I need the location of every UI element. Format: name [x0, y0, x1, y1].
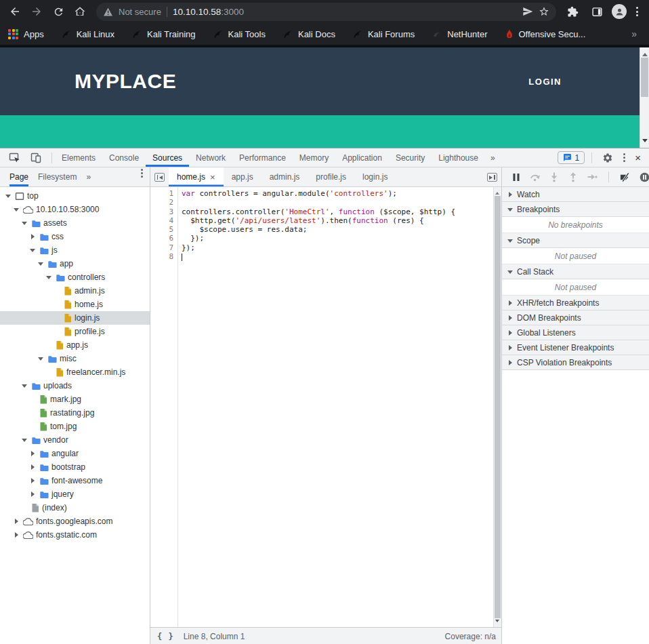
pause-on-exceptions-icon[interactable]	[639, 172, 649, 182]
tree-item-angular[interactable]: angular	[0, 447, 150, 460]
tree-item-app[interactable]: app	[0, 257, 150, 270]
browser-menu-icon[interactable]	[632, 5, 642, 18]
bookmark-kali-linux[interactable]: Kali Linux	[62, 29, 114, 39]
code-editor[interactable]: 12345678 var controllers = angular.modul…	[150, 187, 501, 627]
devtools-tab-elements[interactable]: Elements	[55, 148, 102, 167]
bookmark-nethunter[interactable]: NetHunter	[432, 29, 487, 39]
tree-item-login-js[interactable]: login.js	[0, 311, 150, 325]
line-number[interactable]: 6	[150, 234, 177, 243]
sidebar-section-xhr-fetch-breakpoints[interactable]: XHR/fetch Breakpoints	[502, 296, 649, 310]
editor-tab-admin-js[interactable]: admin.js	[261, 167, 308, 186]
scroll-tabs-right-icon[interactable]	[487, 173, 497, 182]
tree-item-index[interactable]: (index)	[0, 501, 150, 515]
scroll-tabs-left-icon[interactable]	[154, 173, 165, 182]
bookmark-kali-forums[interactable]: Kali Forums	[353, 29, 415, 39]
tree-collapsed-icon[interactable]	[30, 464, 37, 470]
side-panel-icon[interactable]	[587, 2, 606, 21]
navigator-tabs-overflow[interactable]: »	[86, 167, 91, 186]
section-collapsed-icon[interactable]	[507, 344, 514, 351]
devtools-tab-console[interactable]: Console	[102, 148, 146, 167]
line-number[interactable]: 8	[150, 252, 177, 261]
section-collapsed-icon[interactable]	[507, 329, 514, 336]
step-icon[interactable]	[587, 172, 598, 182]
close-tab-icon[interactable]: ×	[210, 172, 215, 182]
tree-expanded-icon[interactable]	[22, 220, 28, 226]
tree-item-assets[interactable]: assets	[0, 216, 150, 230]
sidebar-section-event-listener-breakpoints[interactable]: Event Listener Breakpoints	[502, 340, 649, 355]
tree-expanded-icon[interactable]	[38, 260, 45, 267]
tree-item-css[interactable]: css	[0, 230, 150, 243]
tree-item-top[interactable]: top	[0, 189, 150, 203]
code-line[interactable]	[178, 252, 493, 261]
address-bar[interactable]: Not secure 10.10.10.58:3000	[96, 3, 556, 21]
back-icon[interactable]	[5, 2, 24, 21]
section-collapsed-icon[interactable]	[507, 300, 514, 306]
tree-expanded-icon[interactable]	[22, 437, 28, 443]
code-line[interactable]: });	[178, 243, 493, 252]
tree-item-jquery[interactable]: jquery	[0, 487, 150, 501]
bookmark-kali-tools[interactable]: Kali Tools	[213, 29, 266, 39]
editor-gutter[interactable]: 12345678	[150, 187, 178, 627]
code-line[interactable]: controllers.controller('HomeCtrl', funct…	[178, 207, 493, 216]
pause-script-icon[interactable]	[511, 172, 522, 182]
deactivate-breakpoints-icon[interactable]	[620, 172, 631, 182]
tree-expanded-icon[interactable]	[5, 193, 12, 199]
tree-item-freelancer-min-js[interactable]: freelancer.min.js	[0, 365, 150, 379]
code-line[interactable]: $http.get('/api/users/latest').then(func…	[178, 216, 493, 225]
sidebar-section-watch[interactable]: Watch	[502, 187, 649, 202]
editor-scrollbar-thumb[interactable]	[495, 196, 501, 618]
tree-collapsed-icon[interactable]	[30, 491, 37, 498]
tree-expanded-icon[interactable]	[22, 382, 28, 389]
devtools-tab-lighthouse[interactable]: Lighthouse	[432, 148, 485, 167]
code-line[interactable]: $scope.users = res.data;	[178, 225, 493, 234]
forward-icon[interactable]	[27, 2, 46, 21]
tree-expanded-icon[interactable]	[30, 247, 37, 254]
tree-collapsed-icon[interactable]	[30, 450, 37, 457]
editor-code-area[interactable]: var controllers = angular.module('contro…	[178, 187, 493, 627]
line-number[interactable]: 3	[150, 207, 177, 216]
devtools-tabs-overflow[interactable]: »	[485, 153, 501, 163]
step-over-icon[interactable]	[530, 172, 541, 182]
line-number[interactable]: 2	[150, 198, 177, 207]
send-to-device-icon[interactable]	[522, 6, 533, 17]
device-toolbar-icon[interactable]	[27, 150, 45, 166]
editor-scroll-down-icon[interactable]	[495, 620, 499, 624]
tree-item-admin-js[interactable]: admin.js	[0, 284, 150, 298]
tree-collapsed-icon[interactable]	[14, 531, 20, 538]
tree-item-fonts-googleapis-com[interactable]: fonts.googleapis.com	[0, 515, 150, 528]
code-line[interactable]: var controllers = angular.module('contro…	[178, 189, 493, 198]
editor-scrollbar[interactable]	[493, 187, 501, 627]
section-expanded-icon[interactable]	[507, 268, 514, 275]
devtools-tab-network[interactable]: Network	[189, 148, 232, 167]
sidebar-section-breakpoints[interactable]: Breakpoints	[502, 202, 649, 217]
tree-item-home-js[interactable]: home.js	[0, 298, 150, 311]
sidebar-section-dom-breakpoints[interactable]: DOM Breakpoints	[502, 310, 649, 325]
section-collapsed-icon[interactable]	[507, 191, 514, 198]
pretty-print-icon[interactable]: { }	[157, 632, 174, 641]
code-line[interactable]	[178, 198, 493, 207]
issues-counter[interactable]: 1	[558, 151, 585, 164]
url-text[interactable]: 10.10.10.58:3000	[173, 7, 244, 17]
security-label[interactable]: Not secure	[119, 7, 161, 17]
page-scrollbar-thumb[interactable]	[641, 58, 648, 97]
tree-item-font-awesome[interactable]: font-awesome	[0, 474, 150, 487]
reload-icon[interactable]	[49, 2, 68, 21]
devtools-tab-sources[interactable]: Sources	[146, 148, 189, 167]
section-collapsed-icon[interactable]	[507, 359, 514, 366]
devtools-close-icon[interactable]: ×	[632, 152, 644, 163]
bookmark-star-icon[interactable]	[539, 6, 549, 17]
devtools-menu-icon[interactable]	[621, 152, 628, 163]
tree-collapsed-icon[interactable]	[30, 477, 37, 484]
tree-item-misc[interactable]: misc	[0, 352, 150, 365]
tab-filesystem[interactable]: Filesystem	[38, 167, 77, 186]
editor-tab-profile-js[interactable]: profile.js	[308, 167, 354, 186]
tree-item-js[interactable]: js	[0, 243, 150, 257]
profile-avatar[interactable]	[612, 4, 627, 19]
sidebar-section-scope[interactable]: Scope	[502, 233, 649, 248]
tree-item-vendor[interactable]: vendor	[0, 433, 150, 447]
bookmark-offensive-secu[interactable]: Offensive Secu...	[505, 29, 586, 39]
scroll-up-icon[interactable]	[642, 50, 648, 56]
tree-item-10-10-10-58-3000[interactable]: 10.10.10.58:3000	[0, 203, 150, 216]
login-link[interactable]: LOGIN	[528, 77, 562, 87]
tree-item-app-js[interactable]: app.js	[0, 338, 150, 352]
